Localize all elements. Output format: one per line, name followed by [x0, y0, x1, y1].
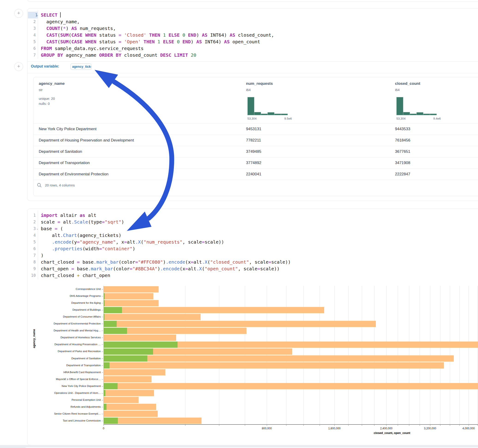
annotation-arrow [0, 0, 478, 448]
next-cell-edge [24, 447, 478, 448]
